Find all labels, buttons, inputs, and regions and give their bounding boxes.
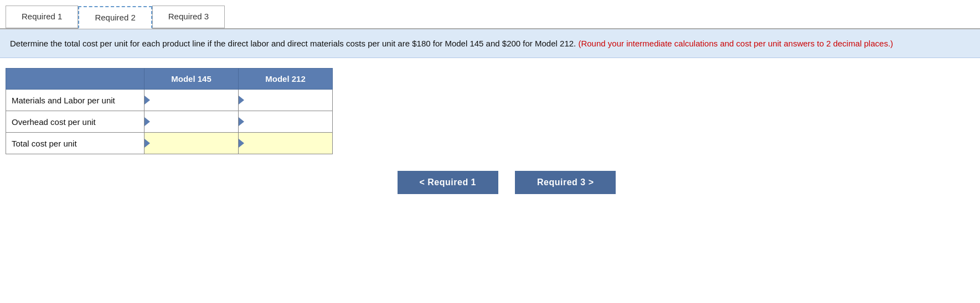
arrow-marker-icon bbox=[145, 139, 150, 148]
input-overhead-cost-model145[interactable] bbox=[145, 111, 238, 132]
input-cell-total-cost-model145[interactable] bbox=[145, 133, 239, 154]
table-header-label bbox=[6, 69, 145, 90]
nav-buttons: < Required 1 Required 3 > bbox=[33, 160, 980, 205]
arrow-marker-icon bbox=[239, 117, 244, 126]
table-header-row: Model 145 Model 212 bbox=[6, 69, 333, 90]
input-cell-materials-labor-model145[interactable] bbox=[145, 90, 239, 111]
input-cell-overhead-cost-model145[interactable] bbox=[145, 111, 239, 133]
input-cell-overhead-cost-model212[interactable] bbox=[239, 111, 333, 133]
table-header-model145: Model 145 bbox=[145, 69, 239, 90]
tabs-row: Required 1 Required 2 Required 3 bbox=[0, 0, 980, 29]
tab-required-3[interactable]: Required 3 bbox=[152, 6, 225, 28]
table-row: Overhead cost per unit bbox=[6, 111, 333, 133]
row-label-overhead-cost: Overhead cost per unit bbox=[6, 111, 145, 133]
prev-button[interactable]: < Required 1 bbox=[398, 171, 498, 194]
row-label-materials-labor: Materials and Labor per unit bbox=[6, 90, 145, 111]
row-label-total-cost: Total cost per unit bbox=[6, 133, 145, 154]
instructions-block: Determine the total cost per unit for ea… bbox=[0, 29, 980, 58]
input-total-cost-model212[interactable] bbox=[239, 133, 332, 154]
next-button[interactable]: Required 3 > bbox=[515, 171, 616, 194]
input-cell-total-cost-model212[interactable] bbox=[239, 133, 333, 154]
arrow-marker-icon bbox=[239, 96, 244, 105]
input-materials-labor-model212[interactable] bbox=[239, 90, 332, 111]
table-body: Materials and Labor per unitOverhead cos… bbox=[6, 90, 333, 154]
input-cell-materials-labor-model212[interactable] bbox=[239, 90, 333, 111]
table-row: Total cost per unit bbox=[6, 133, 333, 154]
table-area: Model 145 Model 212 Materials and Labor … bbox=[0, 58, 980, 160]
page-wrapper: Required 1 Required 2 Required 3 Determi… bbox=[0, 0, 980, 303]
input-materials-labor-model145[interactable] bbox=[145, 90, 238, 111]
table-row: Materials and Labor per unit bbox=[6, 90, 333, 111]
arrow-marker-icon bbox=[145, 96, 150, 105]
tab-required-1[interactable]: Required 1 bbox=[6, 6, 78, 28]
input-total-cost-model145[interactable] bbox=[145, 133, 238, 154]
arrow-marker-icon bbox=[239, 139, 244, 148]
input-overhead-cost-model212[interactable] bbox=[239, 111, 332, 132]
instructions-note-text: (Round your intermediate calculations an… bbox=[578, 39, 893, 48]
cost-table: Model 145 Model 212 Materials and Labor … bbox=[6, 68, 333, 154]
arrow-marker-icon bbox=[145, 117, 150, 126]
table-header-model212: Model 212 bbox=[239, 69, 333, 90]
instructions-main-text: Determine the total cost per unit for ea… bbox=[10, 39, 576, 48]
tab-required-2[interactable]: Required 2 bbox=[78, 6, 152, 29]
